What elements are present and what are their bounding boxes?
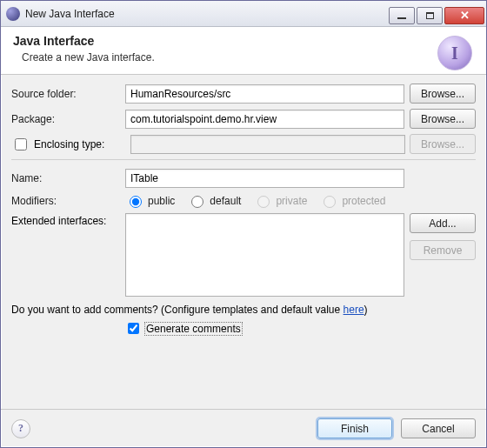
package-browse-button[interactable]: Browse...: [410, 109, 476, 129]
enclosing-type-checkbox[interactable]: [15, 138, 27, 150]
close-button[interactable]: ✕: [444, 7, 484, 24]
modifier-private: private: [253, 193, 307, 208]
app-icon: [6, 7, 20, 21]
source-folder-input[interactable]: [125, 84, 404, 104]
add-interface-button[interactable]: Add...: [410, 213, 476, 233]
extended-interfaces-list[interactable]: [125, 213, 404, 297]
banner-title: Java Interface: [13, 34, 474, 48]
remove-interface-button: Remove: [410, 240, 476, 260]
extended-interfaces-label: Extended interfaces:: [11, 213, 120, 227]
package-input[interactable]: [125, 110, 404, 129]
comments-section: Do you want to add comments? (Configure …: [11, 304, 476, 337]
modifier-protected: protected: [319, 193, 385, 208]
minimize-button[interactable]: [389, 7, 415, 24]
configure-templates-link[interactable]: here: [344, 304, 364, 316]
enclosing-type-input: [130, 135, 405, 154]
modifier-protected-radio: [324, 196, 336, 208]
button-bar: ? Finish Cancel: [1, 409, 486, 447]
dialog-window: New Java Interface ✕ Java Interface Crea…: [0, 0, 487, 448]
help-button[interactable]: ?: [11, 419, 30, 438]
comments-question-suffix: ): [364, 304, 368, 316]
titlebar[interactable]: New Java Interface ✕: [1, 1, 486, 27]
enclosing-type-browse-button: Browse...: [410, 134, 476, 154]
enclosing-type-label: Enclosing type:: [34, 138, 124, 150]
modifiers-label: Modifiers:: [11, 195, 120, 207]
package-label: Package:: [11, 113, 120, 125]
modifier-public-radio[interactable]: [130, 196, 142, 208]
wizard-banner: Java Interface Create a new Java interfa…: [1, 27, 486, 75]
comments-question-prefix: Do you want to add comments? (Configure …: [11, 304, 344, 316]
generate-comments-checkbox[interactable]: [128, 323, 139, 334]
name-input[interactable]: [125, 169, 404, 188]
interface-wizard-icon: I: [437, 36, 472, 70]
cancel-button[interactable]: Cancel: [401, 418, 476, 438]
finish-button[interactable]: Finish: [317, 418, 392, 438]
banner-description: Create a new Java interface.: [22, 51, 474, 64]
modifier-public[interactable]: public: [125, 193, 175, 208]
modifier-default-radio[interactable]: [191, 196, 203, 208]
modifier-private-radio: [257, 196, 270, 208]
name-label: Name:: [11, 172, 120, 184]
source-folder-browse-button[interactable]: Browse...: [410, 84, 476, 104]
modifiers-group: public default private protected: [125, 193, 385, 208]
maximize-button[interactable]: [417, 7, 443, 24]
generate-comments-label: Generate comments: [145, 323, 242, 335]
form-area: Source folder: Browse... Package: Browse…: [1, 75, 486, 409]
source-folder-label: Source folder:: [11, 88, 120, 100]
separator: [11, 159, 476, 160]
modifier-default[interactable]: default: [187, 193, 241, 208]
window-title: New Java Interface: [25, 8, 115, 20]
